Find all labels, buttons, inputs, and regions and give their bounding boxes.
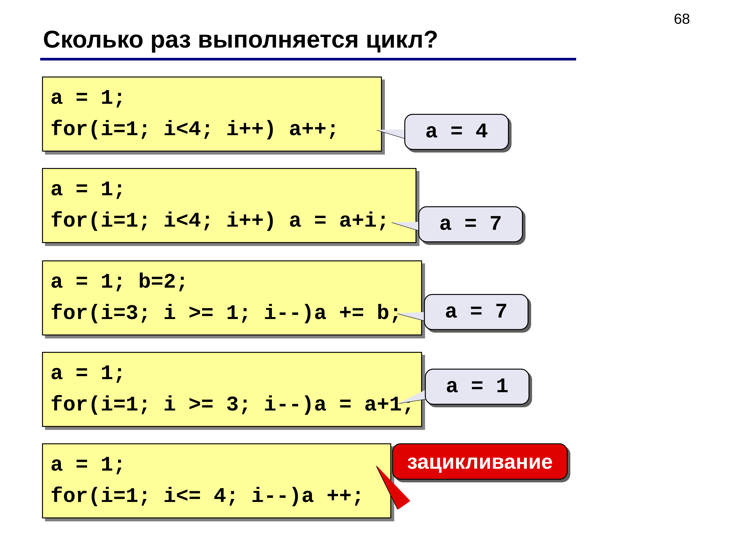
page-number: 68 — [674, 10, 690, 27]
answer-callout-5: зацикливание — [392, 443, 568, 480]
code-block-3: a = 1; b=2; for(i=3; i >= 1; i--)a += b; — [42, 260, 422, 336]
answer-callout-2: a = 7 — [418, 206, 523, 242]
answer-callout-4: a = 1 — [425, 369, 530, 405]
code-block-2: a = 1; for(i=1; i<4; i++) a = a+i; — [42, 168, 416, 243]
page-title: Сколько раз выполняется цикл? — [43, 25, 438, 53]
answer-callout-3: a = 7 — [424, 294, 529, 330]
code-block-4: a = 1; for(i=1; i >= 3; i--)a = a+1; — [42, 352, 422, 427]
code-block-5: a = 1; for(i=1; i<= 4; i--)a ++; — [42, 443, 391, 518]
code-block-1: a = 1; for(i=1; i<4; i++) a++; — [42, 77, 382, 152]
answer-callout-1: a = 4 — [404, 114, 509, 150]
title-underline — [40, 58, 576, 60]
